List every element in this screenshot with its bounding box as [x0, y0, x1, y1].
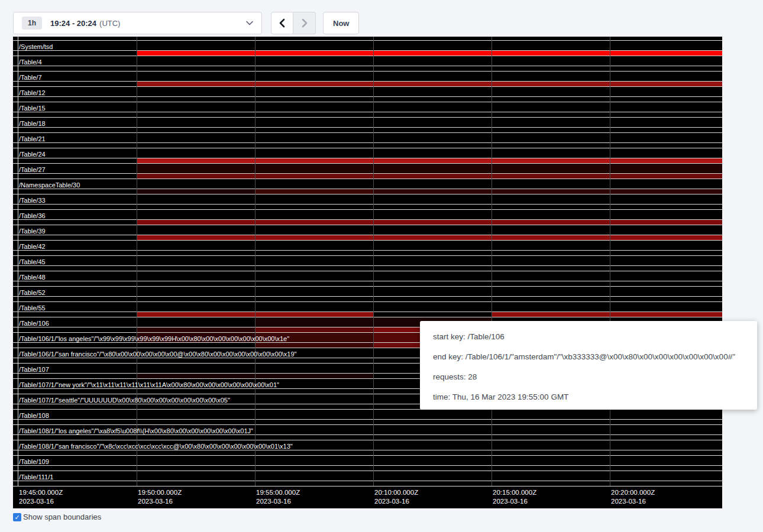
heatmap-span-row[interactable]: /Table/4 [13, 56, 722, 66]
heatmap-span-row[interactable]: /Table/36 [13, 209, 722, 219]
heatmap-span-row[interactable]: /Table/108 [13, 409, 722, 419]
span-start-key-label: /Table/108/1/"san francisco"/"\x8c\xcc\x… [13, 442, 293, 451]
heatmap-band-row[interactable] [13, 265, 722, 271]
heatmap-band-row[interactable] [13, 173, 722, 179]
span-start-key-label: /Table/107/1/"seattle"/"UUUUUUD\x00\x80\… [13, 395, 230, 405]
heatmap-band-row[interactable] [13, 66, 722, 71]
heatmap-span-row[interactable]: /Table/39 [13, 225, 722, 235]
span-start-key-label: /Table/7 [13, 73, 42, 82]
heatmap-band-row[interactable] [13, 142, 722, 148]
heatmap-band-row[interactable] [13, 189, 722, 194]
heatmap-span-row[interactable]: /Table/108/1/"san francisco"/"\x8c\xcc\x… [13, 440, 722, 450]
chevron-down-icon [246, 21, 253, 25]
time-gridline [610, 37, 610, 486]
span-start-key-label: /Table/108 [13, 411, 49, 420]
heatmap-band-segment[interactable] [255, 189, 373, 194]
heatmap-span-row[interactable]: /Table/18 [13, 117, 722, 127]
heatmap-span-row[interactable]: /Table/55 [13, 301, 722, 312]
heatmap-band-segment[interactable] [255, 343, 373, 348]
time-gridline [255, 37, 256, 486]
heatmap-span-row[interactable]: /NamespaceTable/30 [13, 179, 722, 189]
heatmap-band-row[interactable] [13, 219, 722, 225]
heatmap-band-segment[interactable] [137, 158, 722, 163]
heatmap-band-row[interactable] [13, 112, 722, 117]
range-timezone: (UTC) [99, 19, 120, 28]
heatmap-band-row[interactable] [13, 81, 722, 86]
heatmap-span-row[interactable]: /Table/12 [13, 86, 722, 96]
span-start-key-label: /System/tsd [13, 42, 53, 51]
heatmap-span-row[interactable]: /Table/21 [13, 132, 722, 142]
span-start-key-label: /Table/111/1 [13, 472, 53, 482]
heatmap-span-row[interactable]: /Table/45 [13, 255, 722, 265]
heatmap-span-row[interactable]: /Table/24 [13, 148, 722, 158]
previous-interval-button[interactable] [271, 12, 293, 34]
span-start-key-label: /NamespaceTable/30 [13, 180, 80, 190]
heatmap-band-segment[interactable] [492, 312, 722, 317]
span-start-key-label: /Table/48 [13, 273, 46, 282]
span-start-key-label: /Table/106/1/"san francisco"/"\x80\x00\x… [13, 349, 297, 359]
heatmap-span-row[interactable]: /Table/15 [13, 102, 722, 112]
heatmap-span-row[interactable]: /Table/7 [13, 71, 722, 81]
heatmap-span-row[interactable]: /Table/111/1 [13, 471, 722, 481]
heatmap-span-row[interactable]: /Table/33 [13, 194, 722, 204]
chevron-left-icon [279, 18, 286, 28]
span-start-key-label: /Table/106 [13, 319, 49, 328]
span-start-key-label: /Table/15 [13, 103, 46, 113]
chevron-right-icon [301, 18, 308, 28]
span-start-key-label: /Table/39 [13, 226, 46, 236]
heatmap-span-row[interactable]: /Table/108/1/"los angeles"/"\xa8\xf5\u00… [13, 424, 722, 434]
range-text: 19:24 - 20:24 [50, 19, 96, 28]
span-start-key-label: /Table/45 [13, 257, 46, 267]
span-start-key-label: /Table/21 [13, 134, 46, 144]
span-start-key-label: /Table/24 [13, 150, 46, 159]
heatmap-band-segment[interactable] [137, 327, 255, 332]
heatmap-band-row[interactable] [13, 419, 722, 424]
span-start-key-label: /Table/109 [13, 457, 49, 466]
tooltip-start-key: start key: /Table/106 [433, 327, 757, 347]
heatmap-band-row[interactable] [13, 281, 722, 286]
now-button[interactable]: Now [323, 12, 359, 34]
heatmap-span-row[interactable]: /Table/109 [13, 455, 722, 465]
time-nav-buttons [271, 12, 316, 34]
heatmap-band-row[interactable] [13, 127, 722, 132]
show-span-boundaries-checkbox[interactable]: ✓ [13, 513, 21, 521]
heatmap-band-row[interactable] [13, 465, 722, 471]
heatmap-span-row[interactable]: /Table/27 [13, 163, 722, 173]
heatmap-band-segment[interactable] [137, 174, 722, 179]
heatmap-band-row[interactable] [13, 96, 722, 102]
time-axis: 19:45:00.000Z2023-03-1619:50:00.000Z2023… [13, 486, 722, 508]
heatmap-band-row[interactable] [13, 312, 722, 317]
time-axis-tick: 20:20:00.000Z2023-03-16 [611, 488, 655, 506]
heatmap-band-row[interactable] [13, 50, 722, 56]
show-span-boundaries-label: Show span boundaries [23, 512, 101, 521]
heatmap-band-segment[interactable] [373, 189, 722, 194]
range-duration-badge: 1h [22, 17, 42, 30]
heatmap-band-row[interactable] [13, 158, 722, 163]
span-start-key-label: /Table/52 [13, 288, 46, 297]
time-range-selector[interactable]: 1h 19:24 - 20:24 (UTC) [13, 12, 262, 34]
heatmap-span-row[interactable]: /System/tsd [13, 40, 722, 50]
key-visualizer-canvas[interactable]: /System/tsd/Table/4/Table/7/Table/12/Tab… [13, 37, 722, 508]
heatmap-band-segment[interactable] [137, 235, 722, 240]
heatmap-band-segment[interactable] [137, 189, 255, 194]
span-start-key-label: /Table/4 [13, 57, 42, 67]
controls-row: ✓ Show span boundaries [13, 512, 763, 521]
heatmap-band-row[interactable] [13, 481, 722, 486]
heatmap-band-segment[interactable] [137, 220, 722, 225]
heatmap-band-segment[interactable] [137, 82, 722, 86]
tooltip-requests: requests: 28 [433, 367, 757, 387]
heatmap-band-row[interactable] [13, 296, 722, 301]
heatmap-band-segment[interactable] [137, 164, 722, 173]
heatmap-rows[interactable]: /System/tsd/Table/4/Table/7/Table/12/Tab… [13, 37, 722, 486]
next-interval-button-disabled[interactable] [293, 12, 316, 34]
heatmap-band-segment[interactable] [255, 327, 373, 332]
heatmap-band-row[interactable] [13, 235, 722, 240]
heatmap-band-row[interactable] [13, 204, 722, 209]
time-axis-tick: 20:10:00.000Z2023-03-16 [374, 488, 418, 506]
heatmap-band-row[interactable] [13, 250, 722, 255]
heatmap-span-row[interactable]: /Table/52 [13, 286, 722, 296]
time-gridline [137, 37, 137, 486]
heatmap-band-segment[interactable] [137, 51, 722, 56]
heatmap-span-row[interactable]: /Table/42 [13, 240, 722, 250]
heatmap-span-row[interactable]: /Table/48 [13, 271, 722, 281]
